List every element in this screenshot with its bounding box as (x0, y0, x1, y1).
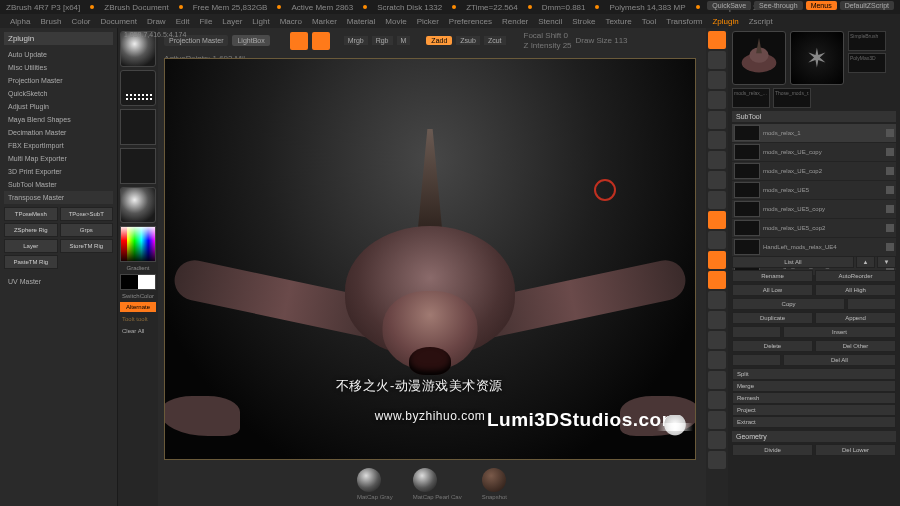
arrow-up-icon[interactable]: ▲ (856, 256, 875, 268)
arrow-down-icon[interactable]: ▼ (877, 256, 896, 268)
subtool-row[interactable]: mods_relax_UE5 (732, 181, 896, 199)
subtool-row[interactable]: HandLeft_mods_relax_UE4 (732, 238, 896, 256)
zsub-button[interactable]: Zsub (456, 36, 480, 45)
project-section[interactable]: Project (732, 404, 896, 416)
focal-shift-label[interactable]: Focal Shift 0 (524, 31, 572, 40)
tool-icon-4[interactable] (708, 431, 726, 449)
solo-icon[interactable] (708, 211, 726, 229)
eye-icon[interactable] (886, 129, 894, 137)
ghost-icon[interactable] (708, 191, 726, 209)
eye-icon[interactable] (886, 224, 894, 232)
transpose-master-header[interactable]: Transpose Master (4, 191, 113, 204)
menu-color[interactable]: Color (67, 16, 94, 27)
all-low-button[interactable]: All Low (732, 284, 813, 296)
uv-master-item[interactable]: UV Master (4, 275, 113, 288)
menu-transform[interactable]: Transform (662, 16, 706, 27)
subtool-row[interactable]: mods_relax_UE_cop2 (732, 162, 896, 180)
menu-render[interactable]: Render (498, 16, 532, 27)
rename-button[interactable]: Rename (732, 270, 813, 282)
z-intensity-label[interactable]: Z Intensity 25 (524, 41, 572, 50)
plugin-projection-master[interactable]: Projection Master (4, 74, 113, 87)
recent-tool-thumb[interactable]: Those_mods_r... (773, 88, 811, 108)
menu-brush[interactable]: Brush (36, 16, 65, 27)
eye-icon[interactable] (886, 205, 894, 213)
matcap-gray-sphere[interactable] (357, 468, 381, 492)
delete-button[interactable]: Delete (732, 340, 813, 352)
tool-icon-3[interactable] (708, 411, 726, 429)
viewport-canvas[interactable]: 不移之火-动漫游戏美术资源 www.byzhihuo.com Lumi3DStu… (164, 58, 696, 460)
edit-mode-icon[interactable] (290, 32, 308, 50)
menus-button[interactable]: Menus (806, 1, 837, 10)
insert-button[interactable]: Insert (783, 326, 896, 338)
tm-grps[interactable]: Grps (60, 223, 114, 237)
subtool-header[interactable]: SubTool (732, 111, 896, 122)
alpha-preview[interactable] (120, 109, 156, 145)
plugin-adjust-plugin[interactable]: Adjust Plugin (4, 100, 113, 113)
tool-icon-1[interactable] (708, 371, 726, 389)
xform-icon[interactable] (708, 231, 726, 249)
menu-edit[interactable]: Edit (172, 16, 194, 27)
list-all-button[interactable]: List All (732, 256, 854, 268)
snapshot-sphere[interactable] (482, 468, 506, 492)
menu-zplugin[interactable]: Zplugin (708, 16, 742, 27)
seethrough-button[interactable]: See-through (754, 1, 803, 10)
menu-material[interactable]: Material (343, 16, 379, 27)
menu-macro[interactable]: Macro (276, 16, 306, 27)
del-all-button[interactable]: Del All (783, 354, 896, 366)
defaultscript-button[interactable]: DefaultZScript (840, 1, 894, 10)
subtool-row[interactable]: mods_relax_UE5_cop2 (732, 219, 896, 237)
tool-icon-2[interactable] (708, 391, 726, 409)
subtool-row[interactable]: mods_relax_1 (732, 124, 896, 142)
plugin-decimation-master[interactable]: Decimation Master (4, 126, 113, 139)
plugin-3d-print-exporter[interactable]: 3D Print Exporter (4, 165, 113, 178)
del-other-button[interactable]: Del Other (815, 340, 896, 352)
quicksave-button[interactable]: QuickSave (707, 1, 751, 10)
tool-icon-5[interactable] (708, 451, 726, 469)
remesh-section[interactable]: Remesh (732, 392, 896, 404)
menu-stencil[interactable]: Stencil (534, 16, 566, 27)
recent-tool-thumb[interactable]: mods_relax_... (732, 88, 770, 108)
rgb-button[interactable]: Rgb (372, 36, 393, 45)
zadd-button[interactable]: Zadd (426, 36, 452, 45)
plugin-maya-blend-shapes[interactable]: Maya Blend Shapes (4, 113, 113, 126)
tool-preview-creature[interactable] (732, 31, 786, 85)
menu-zscript[interactable]: Zscript (745, 16, 777, 27)
geometry-header[interactable]: Geometry (732, 431, 896, 442)
stroke-preview[interactable] (120, 70, 156, 106)
plugin-misc-utilities[interactable]: Misc Utilities (4, 61, 113, 74)
append-button[interactable]: Append (815, 312, 896, 324)
switchcolor-label[interactable]: SwitchColor (120, 293, 156, 299)
eye-icon[interactable] (886, 167, 894, 175)
zplugin-header[interactable]: Zplugin (4, 32, 113, 45)
menu-marker[interactable]: Marker (308, 16, 341, 27)
plugin-multi-map-exporter[interactable]: Multi Map Exporter (4, 152, 113, 165)
persp-icon[interactable] (708, 71, 726, 89)
menu-tool[interactable]: Tool (638, 16, 661, 27)
menu-document[interactable]: Document (97, 16, 141, 27)
tool-icon-0[interactable] (708, 351, 726, 369)
split-section[interactable]: Split (732, 368, 896, 380)
paste-icon[interactable] (847, 298, 896, 310)
menu-movie[interactable]: Movie (381, 16, 410, 27)
edit-icon[interactable] (708, 251, 726, 269)
color-swatches[interactable] (120, 274, 156, 290)
tm-zsphere-rig[interactable]: ZSphere Rig (4, 223, 58, 237)
tm-layer[interactable]: Layer (4, 239, 58, 253)
menu-file[interactable]: File (195, 16, 216, 27)
draw-size-label[interactable]: Draw Size 113 (576, 36, 628, 45)
plugin-quicksketch[interactable]: QuickSketch (4, 87, 113, 100)
plugin-subtool-master[interactable]: SubTool Master (4, 178, 113, 191)
color-picker[interactable] (120, 226, 156, 262)
floor-icon[interactable] (708, 91, 726, 109)
rotate-icon[interactable] (708, 331, 726, 349)
draw-icon[interactable] (708, 271, 726, 289)
copy-button[interactable]: Copy (732, 298, 845, 310)
move-icon[interactable] (708, 291, 726, 309)
bpr-icon[interactable] (708, 31, 726, 49)
plugin-fbx-exportimport[interactable]: FBX ExportImport (4, 139, 113, 152)
draw-mode-icon[interactable] (312, 32, 330, 50)
material-preview[interactable] (120, 187, 156, 223)
eye-icon[interactable] (886, 186, 894, 194)
tm-pastetm-rig[interactable]: PasteTM Rig (4, 255, 58, 269)
axis-icon[interactable] (708, 131, 726, 149)
